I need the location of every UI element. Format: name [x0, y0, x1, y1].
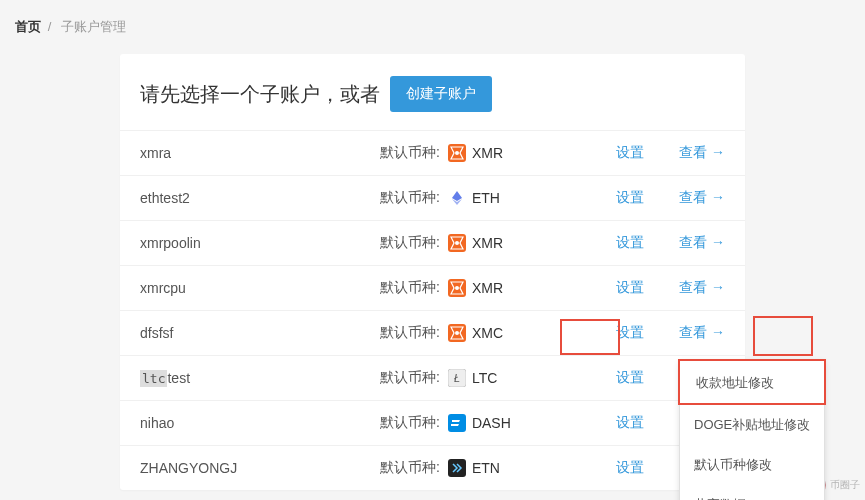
account-name: dfsfsf — [140, 325, 380, 341]
view-link[interactable]: 查看 — [679, 144, 725, 162]
settings-link[interactable]: 设置 — [616, 369, 644, 387]
xmr-icon — [448, 144, 466, 162]
coin-name: ETH — [472, 190, 500, 206]
coin-label: 默认币种: — [380, 414, 440, 432]
account-name: nihao — [140, 415, 380, 431]
xmr-icon — [448, 279, 466, 297]
coin-name: ETN — [472, 460, 500, 476]
view-link[interactable]: 查看 — [679, 279, 725, 297]
coin-label: 默认币种: — [380, 324, 440, 342]
account-name: xmrcpu — [140, 280, 380, 296]
account-name: ethtest2 — [140, 190, 380, 206]
coin-cell: 默认币种: XMR — [380, 144, 615, 162]
xmr-icon — [448, 234, 466, 252]
coin-label: 默认币种: — [380, 189, 440, 207]
view-link[interactable]: 查看 — [679, 234, 725, 252]
account-name: ltctest — [140, 370, 380, 386]
settings-link[interactable]: 设置 — [616, 324, 644, 342]
settings-link[interactable]: 设置 — [616, 279, 644, 297]
dropdown-item-doge[interactable]: DOGE补贴地址修改 — [680, 405, 824, 445]
ltc-icon: Ł — [448, 369, 466, 387]
coin-label: 默认币种: — [380, 234, 440, 252]
create-subaccount-button[interactable]: 创建子账户 — [390, 76, 492, 112]
account-name: xmrpoolin — [140, 235, 380, 251]
table-row: xmra 默认币种: XMR 设置 查看 — [120, 130, 745, 175]
settings-dropdown: 收款地址修改 DOGE补贴地址修改 默认币种修改 共享数据 — [679, 360, 825, 500]
breadcrumb: 首页 / 子账户管理 — [0, 0, 865, 54]
eth-icon — [448, 189, 466, 207]
settings-link[interactable]: 设置 — [616, 459, 644, 477]
breadcrumb-current: 子账户管理 — [61, 19, 126, 34]
breadcrumb-separator: / — [48, 19, 52, 34]
svg-point-1 — [455, 151, 459, 155]
dropdown-item-address[interactable]: 收款地址修改 — [678, 359, 826, 405]
view-link[interactable]: 查看 — [679, 324, 725, 342]
coin-cell: 默认币种: ETH — [380, 189, 615, 207]
breadcrumb-home[interactable]: 首页 — [15, 19, 41, 34]
coin-cell: 默认币种: XMR — [380, 234, 615, 252]
svg-rect-12 — [448, 414, 466, 432]
table-row: xmrpoolin 默认币种: XMR 设置 查看 — [120, 220, 745, 265]
coin-cell: 默认币种: XMR — [380, 279, 615, 297]
view-link[interactable]: 查看 — [679, 189, 725, 207]
svg-text:Ł: Ł — [454, 372, 460, 384]
settings-link[interactable]: 设置 — [616, 414, 644, 432]
settings-link[interactable]: 设置 — [616, 144, 644, 162]
coin-label: 默认币种: — [380, 459, 440, 477]
dash-icon — [448, 414, 466, 432]
coin-name: XMC — [472, 325, 503, 341]
xmr-icon — [448, 324, 466, 342]
table-row: ltctest 默认币种: Ł LTC 设置 查看 — [120, 355, 745, 400]
coin-name: XMR — [472, 145, 503, 161]
coin-cell: 默认币种: DASH — [380, 414, 615, 432]
table-row: nihao 默认币种: DASH 设置 查看 — [120, 400, 745, 445]
table-row: ZHANGYONGJ 默认币种: ETN 设置 查看 — [120, 445, 745, 490]
svg-point-5 — [455, 241, 459, 245]
coin-name: XMR — [472, 280, 503, 296]
svg-point-9 — [455, 331, 459, 335]
coin-name: XMR — [472, 235, 503, 251]
svg-marker-2 — [452, 191, 462, 201]
coin-label: 默认币种: — [380, 144, 440, 162]
coin-name: DASH — [472, 415, 511, 431]
table-row: dfsfsf 默认币种: XMC 设置 查看 — [120, 310, 745, 355]
coin-cell: 默认币种: XMC — [380, 324, 615, 342]
coin-label: 默认币种: — [380, 369, 440, 387]
settings-link[interactable]: 设置 — [616, 189, 644, 207]
card-header: 请先选择一个子账户，或者 创建子账户 — [120, 54, 745, 130]
account-name: ZHANGYONGJ — [140, 460, 380, 476]
page-title: 请先选择一个子账户，或者 — [140, 81, 380, 108]
table-row: ethtest2 默认币种: ETH 设置 查看 — [120, 175, 745, 220]
highlight-settings-link — [753, 316, 813, 356]
account-name: xmra — [140, 145, 380, 161]
etn-icon — [448, 459, 466, 477]
settings-link[interactable]: 设置 — [616, 234, 644, 252]
svg-point-7 — [455, 286, 459, 290]
dropdown-item-coin[interactable]: 默认币种修改 — [680, 445, 824, 485]
dropdown-item-share[interactable]: 共享数据 — [680, 485, 824, 500]
watermark-text: 币圈子 — [830, 478, 860, 492]
coin-label: 默认币种: — [380, 279, 440, 297]
table-row: xmrcpu 默认币种: XMR 设置 查看 — [120, 265, 745, 310]
coin-name: LTC — [472, 370, 497, 386]
coin-cell: 默认币种: Ł LTC — [380, 369, 615, 387]
coin-cell: 默认币种: ETN — [380, 459, 615, 477]
subaccount-card: 请先选择一个子账户，或者 创建子账户 xmra 默认币种: XMR 设置 查看 … — [120, 54, 745, 490]
